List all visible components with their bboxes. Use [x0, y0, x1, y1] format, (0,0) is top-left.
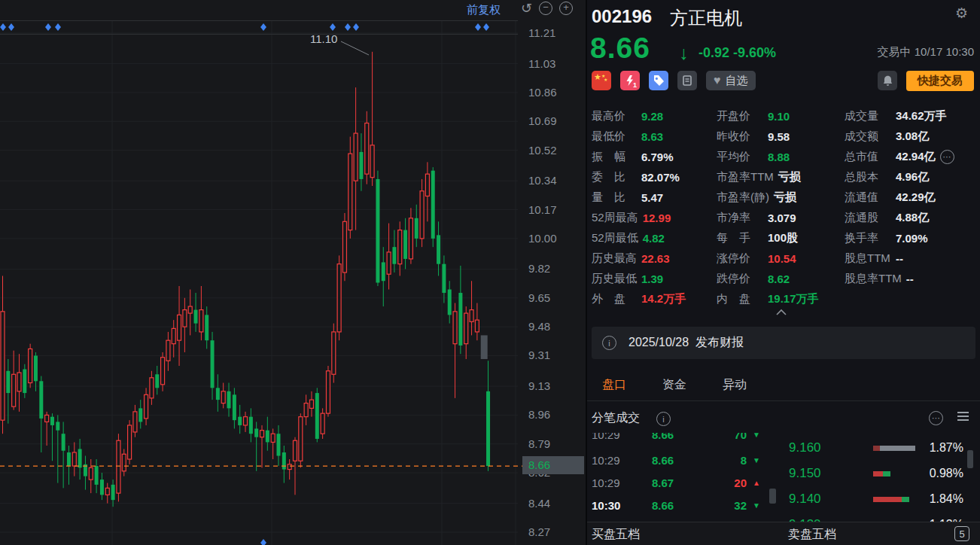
info-icon: i — [602, 336, 616, 350]
price-tick-label: 8.79 — [528, 437, 550, 450]
collapse-chevron-icon[interactable] — [775, 306, 787, 319]
down-arrow-icon: ↓ — [679, 42, 689, 64]
tick-list-scrollbar[interactable] — [769, 489, 776, 504]
stat-row: 历史最低1.39 — [592, 269, 717, 289]
stock-name: 方正电机 — [670, 6, 742, 30]
buy-levels-label[interactable]: 买盘五档 — [592, 527, 640, 543]
stats-grid: 最高价9.28最低价8.63振 幅6.79%委 比82.07%量 比5.4752… — [592, 106, 975, 309]
stat-row: 最高价9.28 — [592, 106, 717, 126]
depth-list-scrollbar[interactable] — [967, 450, 973, 468]
price-tick-label: 9.13 — [528, 379, 550, 392]
more-options-icon[interactable]: ⋯ — [929, 411, 943, 425]
stock-code: 002196 — [592, 6, 652, 27]
price-tick-label: 10.52 — [528, 144, 557, 157]
lightning-level-icon[interactable]: 1 — [620, 71, 640, 90]
event-marker-diamond-icon[interactable] — [8, 23, 14, 31]
event-marker-diamond-icon[interactable] — [45, 23, 51, 31]
stat-row: 市盈率(静)亏损 — [717, 187, 845, 208]
five-level-bar: 买盘五档 卖盘五档 5 — [587, 522, 980, 545]
price-tick-label: 11.21 — [528, 26, 555, 39]
candlestick-chart-region[interactable]: 11.10 前复权 ↺ − + 11.2111.0310.8610.6910.5… — [0, 0, 587, 545]
stat-row: 外 盘14.2万手 — [592, 289, 717, 309]
heart-icon: ♥ — [714, 74, 721, 87]
list-view-icon[interactable] — [957, 412, 969, 423]
price-tick-label: 9.82 — [528, 262, 550, 275]
price-tick-label: 10.34 — [528, 174, 557, 187]
stat-row: 市盈率TTM亏损 — [717, 167, 845, 187]
last-price: 8.66 — [590, 32, 650, 65]
price-tick-label: 11.03 — [528, 57, 555, 70]
depth-row[interactable]: 9.1401.84% — [587, 490, 980, 508]
stat-row: 52周最高12.99 — [592, 208, 717, 228]
price-tick-label: 8.96 — [528, 408, 550, 421]
earnings-report-banner[interactable]: i 2025/10/28 发布财报 — [592, 327, 975, 359]
stat-row: 委 比82.07% — [592, 167, 717, 187]
tab-资金[interactable]: 资金 — [662, 377, 686, 393]
event-marker-diamond-icon[interactable] — [260, 23, 266, 31]
panel-tabs: 盘口资金异动 — [602, 369, 747, 400]
adjust-mode-label[interactable]: 前复权 — [467, 3, 501, 17]
zoom-out-icon[interactable]: − — [539, 2, 552, 15]
cn-market-flag-icon: ★ ★ ★ — [592, 71, 611, 90]
stat-row: 流通股4.88亿 — [845, 208, 975, 228]
stat-row: 量 比5.47 — [592, 187, 717, 208]
event-marker-diamond-icon[interactable] — [330, 23, 336, 31]
stat-row: 股息率TTM-- — [845, 269, 975, 289]
event-marker-diamond-icon[interactable] — [0, 23, 6, 31]
gear-icon[interactable]: ⚙ — [955, 5, 968, 22]
reset-chart-icon[interactable]: ↺ — [521, 2, 532, 15]
event-marker-diamond-icon[interactable] — [353, 23, 359, 31]
add-watchlist-button[interactable]: ♥ 自选 — [706, 71, 756, 90]
price-tick-label: 8.27 — [528, 525, 550, 538]
stat-row: 换手率7.09% — [845, 228, 975, 248]
stat-row: 平均价8.88 — [717, 147, 845, 167]
stat-row: 历史最高22.63 — [592, 248, 717, 269]
trading-app-window: 11.10 前复权 ↺ − + 11.2111.0310.8610.6910.5… — [0, 0, 980, 545]
event-marker-diamond-icon[interactable] — [260, 539, 266, 545]
more-info-icon[interactable]: ⋯ — [940, 150, 954, 164]
market-status: 交易中 10/17 10:30 — [878, 45, 974, 59]
price-tick-label: 10.17 — [528, 203, 557, 216]
event-marker-diamond-icon[interactable] — [475, 23, 481, 31]
report-text: 发布财报 — [695, 336, 744, 349]
price-tick-label: 10.86 — [528, 86, 557, 99]
depth-row[interactable]: 9.1601.87% — [587, 439, 980, 457]
event-marker-diamond-icon[interactable] — [345, 23, 351, 31]
alert-bell-icon[interactable] — [878, 71, 897, 90]
stat-row: 最低价8.63 — [592, 126, 717, 147]
stat-row: 市净率3.079 — [717, 208, 845, 228]
stat-row: 总市值42.94亿⋯ — [845, 147, 975, 167]
stat-row: 每 手100股 — [717, 228, 845, 248]
stat-row: 股息TTM-- — [845, 248, 975, 269]
event-marker-diamond-icon[interactable] — [55, 23, 61, 31]
depth-row[interactable]: 9.1500.98% — [587, 464, 980, 483]
stat-row: 涨停价10.54 — [717, 248, 845, 269]
candlestick-chart[interactable]: 11.10 — [0, 0, 586, 545]
stat-row: 成交额3.08亿 — [845, 126, 975, 147]
stat-row: 总股本4.96亿 — [845, 167, 975, 187]
price-tick-label: 9.48 — [528, 320, 550, 333]
stat-row: 昨收价9.58 — [717, 126, 845, 147]
tick-trades-title: 分笔成交 — [592, 410, 640, 426]
zoom-in-icon[interactable]: + — [559, 2, 573, 15]
stat-row — [845, 289, 975, 309]
price-tick-label: 9.65 — [528, 291, 550, 304]
stat-row: 跌停价8.62 — [717, 269, 845, 289]
tab-盘口[interactable]: 盘口 — [602, 377, 626, 393]
stat-row: 开盘价9.10 — [717, 106, 845, 126]
sell-levels-label[interactable]: 卖盘五档 — [788, 527, 836, 543]
price-tick-label: 9.31 — [528, 349, 550, 361]
quote-panel: 002196 方正电机 ⚙ 8.66 ↓ -0.92 -9.60% 交易中 10… — [587, 0, 980, 545]
stat-row: 成交量34.62万手 — [845, 106, 975, 126]
report-date: 2025/10/28 — [628, 336, 689, 349]
price-tick-label: 10.00 — [528, 232, 557, 245]
stat-row: 流通值42.29亿 — [845, 187, 975, 208]
level-count-badge[interactable]: 5 — [954, 526, 969, 541]
info-icon[interactable]: i — [656, 412, 671, 426]
quick-trade-button[interactable]: 快捷交易 — [906, 71, 974, 91]
price-tick-label: 8.44 — [528, 497, 550, 510]
event-marker-diamond-icon[interactable] — [483, 23, 489, 31]
tag-icon[interactable] — [649, 71, 668, 90]
notes-icon[interactable] — [677, 71, 697, 90]
tab-异动[interactable]: 异动 — [723, 377, 747, 393]
